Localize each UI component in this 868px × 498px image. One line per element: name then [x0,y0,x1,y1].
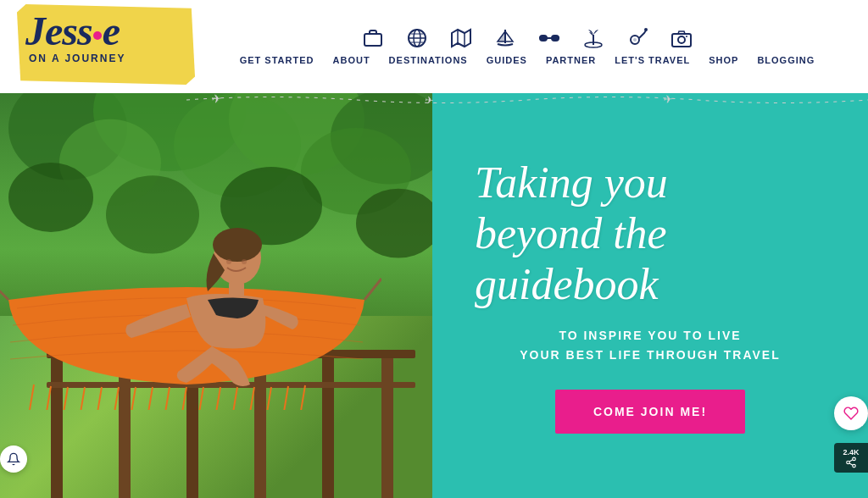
hero-tagline: Taking you beyond the guidebook [475,158,826,309]
briefcase-icon [363,28,383,48]
heart-icon [843,406,859,421]
header: Jesse ON A JOURNEY [0,0,868,93]
camera-icon [671,28,692,48]
nav-icon-lets-travel[interactable] [583,28,604,48]
sunglasses-icon [539,28,559,48]
share-icon [845,456,857,468]
cta-button[interactable]: COME JOIN ME! [555,390,745,434]
bell-icon [7,452,20,466]
nav-icon-guides[interactable] [495,28,515,48]
island-icon [583,28,604,48]
nav-icon-shop[interactable] [627,28,648,48]
logo-subtitle: ON A JOURNEY [25,53,125,64]
svg-line-47 [849,459,853,461]
subtitle-line2: YOUR BEST LIFE THROUGH TRAVEL [520,348,780,362]
svg-point-21 [686,36,687,37]
logo-area[interactable]: Jesse ON A JOURNEY [17,4,203,89]
svg-point-45 [853,464,856,468]
person [42,207,348,396]
nav-link-guides[interactable]: GUIDES [487,55,527,65]
logo-text: Jesse ON A JOURNEY [25,11,125,64]
svg-point-42 [242,259,247,264]
logo-name: Jesse [25,11,125,52]
svg-point-43 [853,457,856,461]
nav-link-about[interactable]: ABOUT [333,55,370,65]
svg-point-17 [633,38,637,42]
nav-link-destinations[interactable]: DESTINATIONS [389,55,468,65]
svg-rect-9 [540,36,547,41]
svg-line-36 [0,283,8,300]
svg-point-20 [678,36,685,43]
side-share-button[interactable]: 2.4K [834,443,868,473]
map-icon [451,28,471,48]
svg-point-41 [226,259,231,264]
notification-bell[interactable] [0,445,27,473]
side-heart-button[interactable] [834,396,868,430]
snorkel-icon [627,28,648,48]
svg-point-39 [213,228,262,262]
nav-icon-blogging[interactable] [671,28,692,48]
nav-icon-get-started[interactable] [363,28,383,48]
person-svg [42,207,348,393]
svg-rect-10 [552,36,559,41]
svg-point-18 [644,28,648,31]
tagline-line2: beyond the guidebook [475,209,667,308]
svg-point-44 [847,461,850,464]
globe-icon [407,28,427,48]
svg-line-37 [364,279,381,300]
nav-icons [363,28,692,48]
nav-link-shop[interactable]: SHOP [709,55,738,65]
share-count: 2.4K [843,448,859,456]
sailboat-icon [495,28,515,48]
logo-dot [93,31,102,40]
nav-icon-destinations[interactable] [451,28,471,48]
nav-icon-about[interactable] [407,28,427,48]
nav-link-get-started[interactable]: GET STARTED [240,55,314,65]
svg-line-13 [559,37,559,38]
nav-link-partner[interactable]: PARTNER [546,55,596,65]
nav-link-lets-travel[interactable]: LET'S TRAVEL [615,55,690,65]
subtitle-line1: TO INSPIRE YOU TO LIVE [559,329,741,342]
tagline-line1: Taking you [475,158,668,207]
nav-area: GET STARTED ABOUT DESTINATIONS GUIDES PA… [203,28,851,65]
svg-line-46 [849,462,853,464]
nav-icon-partner[interactable] [539,28,559,48]
nav-link-blogging[interactable]: BLOGGING [757,55,815,65]
main-content: Taking you beyond the guidebook TO INSPI… [0,93,868,498]
hero-panel: Taking you beyond the guidebook TO INSPI… [432,93,868,498]
nav-links: GET STARTED ABOUT DESTINATIONS GUIDES PA… [240,55,815,65]
svg-rect-0 [364,34,381,46]
hero-image [0,93,432,498]
svg-marker-6 [452,30,470,47]
svg-line-12 [539,37,540,38]
hero-subtitle: TO INSPIRE YOU TO LIVE YOUR BEST LIFE TH… [520,326,780,364]
